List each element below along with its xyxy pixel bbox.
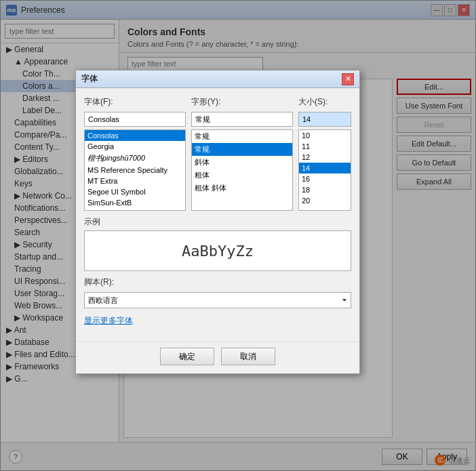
font-list-item-simsun[interactable]: SimSun-ExtB [85, 197, 185, 208]
font-dialog: 字体 ✕ 字体(F): Consolas Georgia 楷书pingshū70… [75, 70, 360, 374]
style-column: 字形(Y): 常规 常规 斜体 粗体 粗体 斜体 [191, 96, 293, 211]
preview-area: 示例 AaBbYyZz [84, 216, 351, 271]
style-item-regular1[interactable]: 常规 [192, 130, 292, 143]
preview-label: 示例 [84, 216, 351, 228]
dialog-footer: 确定 取消 [76, 342, 359, 373]
font-column: 字体(F): Consolas Georgia 楷书pingshū7000 MS… [84, 96, 186, 211]
font-list-item-georgia[interactable]: Georgia [85, 141, 185, 152]
script-row: 脚本(R): 西欧语言 [84, 277, 351, 308]
dialog-body: 字体(F): Consolas Georgia 楷书pingshū7000 MS… [76, 88, 359, 342]
font-label: 字体(F): [84, 96, 186, 108]
font-list-item-segoe[interactable]: Segoe UI Symbol [85, 186, 185, 197]
size-item-18[interactable]: 18 [299, 184, 351, 195]
font-input[interactable] [84, 112, 186, 127]
font-list-item-ms-reference[interactable]: MS Reference Specialty [85, 165, 185, 176]
more-fonts-link[interactable]: 显示更多字体 [84, 315, 133, 327]
size-item-12[interactable]: 12 [299, 152, 351, 163]
size-listbox[interactable]: 10 11 12 14 16 18 20 [298, 129, 351, 211]
style-item-bold[interactable]: 粗体 [192, 169, 292, 182]
font-list-item-consolas[interactable]: Consolas [85, 130, 185, 141]
size-item-20[interactable]: 20 [299, 195, 351, 206]
dialog-cancel-button[interactable]: 取消 [221, 348, 275, 365]
style-input[interactable] [191, 112, 293, 127]
font-list-item-mt-extra[interactable]: MT Extra [85, 176, 185, 186]
font-listbox[interactable]: Consolas Georgia 楷书pingshū7000 MS Refere… [84, 129, 186, 211]
size-label: 大小(S): [298, 96, 351, 108]
style-item-italic[interactable]: 斜体 [192, 156, 292, 169]
style-item-bold-italic[interactable]: 粗体 斜体 [192, 182, 292, 194]
size-column: 大小(S): 10 11 12 14 16 18 20 [298, 96, 351, 211]
dialog-overlay: 字体 ✕ 字体(F): Consolas Georgia 楷书pingshū70… [0, 0, 476, 471]
script-select[interactable]: 西欧语言 [84, 292, 351, 308]
size-item-10[interactable]: 10 [299, 130, 351, 141]
style-item-regular2[interactable]: 常规 [192, 143, 292, 156]
size-input[interactable] [298, 112, 351, 127]
dialog-title-bar: 字体 ✕ [76, 70, 359, 88]
dialog-close-button[interactable]: ✕ [342, 73, 354, 85]
script-label: 脚本(R): [84, 277, 351, 288]
size-item-11[interactable]: 11 [299, 141, 351, 152]
style-label: 字形(Y): [191, 96, 293, 108]
size-item-16[interactable]: 16 [299, 173, 351, 184]
style-listbox[interactable]: 常规 常规 斜体 粗体 粗体 斜体 [191, 129, 293, 211]
size-item-14[interactable]: 14 [299, 163, 351, 173]
dialog-inputs-row: 字体(F): Consolas Georgia 楷书pingshū7000 MS… [84, 96, 351, 211]
dialog-title: 字体 [81, 73, 98, 85]
font-list-item-kaishu[interactable]: 楷书pingshū7000 [85, 152, 185, 165]
preview-box: AaBbYyZz [84, 230, 351, 271]
dialog-ok-button[interactable]: 确定 [160, 348, 214, 365]
